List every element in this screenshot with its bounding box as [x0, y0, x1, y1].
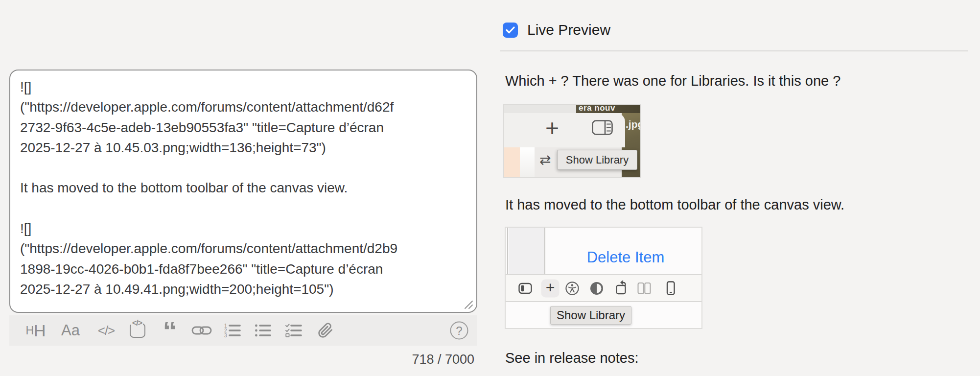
shot2-bottom-toolbar: + — [506, 274, 701, 302]
blockquote-button[interactable]: “ — [163, 322, 177, 339]
shot2-gray-panel — [509, 228, 545, 274]
shot2-device-phone-icon — [663, 281, 678, 296]
shot2-split-view-icon — [637, 281, 652, 296]
checkmark-icon — [506, 26, 515, 34]
link-button[interactable] — [191, 325, 212, 336]
shot1-plus-icon: + — [545, 115, 559, 141]
heading-large-glyph: H — [34, 321, 46, 340]
preview-divider — [500, 50, 968, 51]
preview-moved-text: It has moved to the bottom toolbar of th… — [505, 197, 844, 213]
shot1-photo-strip: era nouv — [576, 105, 641, 113]
preview-image-1: era nouv .jpg + ⇄ Show Library — [503, 104, 641, 178]
ordered-list-button[interactable]: 1 2 3 — [224, 323, 242, 338]
shot2-show-library-tooltip: Show Library — [550, 306, 631, 325]
shot2-sidebar-toggle-icon — [518, 281, 533, 296]
preview-question-text: Which + ? There was one for Libraries. I… — [505, 73, 840, 89]
shot2-delete-item-link: Delete Item — [555, 249, 697, 266]
code-block-icon: </> — [130, 323, 145, 338]
shot2-adjust-contrast-icon — [589, 281, 605, 296]
task-list-icon — [285, 323, 303, 338]
shot2-plus-glyph: + — [546, 279, 555, 297]
text-style-button[interactable]: Aa — [61, 322, 80, 339]
shot2-accessibility-icon — [564, 281, 580, 296]
post-editor-page: ![] ("https://developer.apple.com/forums… — [0, 0, 980, 376]
shot2-rotate-device-icon — [614, 281, 630, 296]
code-block-button[interactable]: </> — [130, 323, 145, 338]
shot1-inspector-icon — [592, 120, 613, 135]
heading-button[interactable]: HH — [25, 321, 46, 340]
bullet-list-button[interactable] — [255, 323, 272, 338]
shot1-canvas-white — [520, 147, 535, 178]
shot1-window-chrome — [504, 105, 576, 113]
shot1-photo-text: era nouv — [579, 105, 615, 113]
shot1-show-library-tooltip: Show Library — [557, 150, 637, 170]
preview-release-notes-text: See in release notes: — [505, 350, 638, 366]
paperclip-icon — [318, 323, 333, 338]
link-icon — [191, 325, 212, 336]
heading-small-glyph: H — [25, 324, 34, 337]
task-list-button[interactable] — [285, 323, 303, 338]
shot2-add-plus-button: + — [541, 279, 560, 297]
help-question-icon: ? — [450, 322, 468, 340]
svg-text:3: 3 — [224, 333, 227, 338]
attachment-button[interactable] — [318, 323, 333, 338]
inline-code-button[interactable]: </> — [98, 323, 115, 338]
help-button[interactable]: ? — [450, 322, 468, 340]
markdown-editor-textarea[interactable]: ![] ("https://developer.apple.com/forums… — [9, 70, 477, 313]
shot1-swap-arrows-icon: ⇄ — [539, 152, 551, 168]
character-counter: 718 / 7000 — [9, 352, 474, 367]
shot1-jpg-text: .jpg — [626, 118, 641, 130]
bullet-list-icon — [255, 323, 272, 338]
live-preview-label: Live Preview — [527, 22, 610, 38]
shot1-canvas-beige — [504, 147, 520, 178]
live-preview-checkbox[interactable] — [503, 23, 518, 38]
preview-image-2: Delete Item + — [505, 227, 702, 329]
formatting-toolbar: HH Aa </> </> “ 1 2 3 — [9, 315, 477, 346]
ordered-list-icon: 1 2 3 — [224, 323, 242, 338]
